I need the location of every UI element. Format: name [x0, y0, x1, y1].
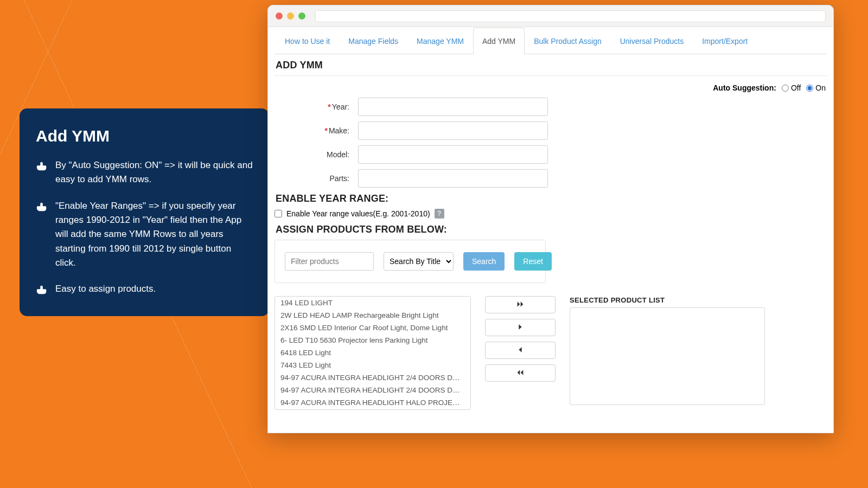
dual-list: 194 LED LIGHT2W LED HEAD LAMP Rechargeab…: [275, 296, 827, 410]
tab-manage-fields[interactable]: Manage Fields: [339, 28, 407, 54]
year-range-row: Enable Year range values(E.g. 2001-2010)…: [275, 209, 827, 219]
label-make: *Make:: [275, 126, 350, 135]
row-model: Model:: [275, 145, 827, 164]
label-parts: Parts:: [275, 174, 350, 183]
tab-bar: How to Use it Manage Fields Manage YMM A…: [275, 27, 827, 54]
minimize-icon[interactable]: [287, 12, 294, 20]
input-parts[interactable]: [358, 169, 548, 188]
heading-assign: ASSIGN PRODUCTS FROM BELOW:: [276, 224, 827, 235]
info-callout: Add YMM By "Auto Suggestion: ON" => it w…: [20, 108, 269, 316]
callout-item: Easy to assign products.: [36, 282, 253, 296]
reset-button[interactable]: Reset: [514, 252, 552, 271]
selected-products-list[interactable]: [570, 307, 765, 405]
callout-item: By "Auto Suggestion: ON" => it will be q…: [36, 158, 253, 187]
list-item[interactable]: 194 LED LIGHT: [275, 297, 470, 309]
list-item[interactable]: 94-97 ACURA INTEGRA HEADLIGHT 2/4 DOORS …: [275, 371, 470, 384]
list-item[interactable]: 6- LED T10 5630 Projector lens Parking L…: [275, 334, 470, 346]
auto-suggestion-row: Auto Suggestion: Off On: [276, 84, 826, 92]
row-year: *Year:: [275, 98, 827, 116]
checkbox-year-range-label: Enable Year range values(E.g. 2001-2010): [286, 209, 430, 218]
move-left-button[interactable]: [485, 342, 556, 359]
help-icon[interactable]: ?: [435, 209, 444, 219]
close-icon[interactable]: [276, 12, 283, 20]
move-right-button[interactable]: [485, 319, 556, 336]
double-chevron-left-icon: [516, 368, 525, 378]
browser-window: How to Use it Manage Fields Manage YMM A…: [267, 5, 834, 433]
tab-how-to-use[interactable]: How to Use it: [276, 28, 339, 54]
tab-import-export[interactable]: Import/Export: [693, 28, 757, 54]
tab-bulk-assign[interactable]: Bulk Product Assign: [525, 28, 611, 54]
move-all-right-button[interactable]: [485, 296, 556, 313]
radio-on[interactable]: [806, 85, 813, 92]
pointing-hand-icon: [36, 158, 48, 187]
checkbox-year-range[interactable]: [275, 210, 282, 217]
chevron-left-icon: [516, 345, 525, 356]
tab-universal-products[interactable]: Universal Products: [611, 28, 693, 54]
tab-add-ymm[interactable]: Add YMM: [473, 28, 525, 54]
filter-panel: Search By Title Search Reset: [275, 240, 546, 283]
move-all-left-button[interactable]: [485, 364, 556, 382]
input-model[interactable]: [358, 145, 548, 164]
available-products-list[interactable]: 194 LED LIGHT2W LED HEAD LAMP Rechargeab…: [275, 296, 471, 410]
auto-suggestion-off[interactable]: Off: [782, 84, 801, 92]
heading-add-ymm: ADD YMM: [276, 60, 827, 71]
list-item[interactable]: 2X16 SMD LED Interior Car Roof Light, Do…: [275, 322, 470, 334]
maximize-icon[interactable]: [298, 12, 305, 20]
tab-manage-ymm[interactable]: Manage YMM: [407, 28, 473, 54]
callout-item: "Enable Year Ranges" => if you specify y…: [36, 199, 253, 271]
list-item[interactable]: 7443 LED Light: [275, 359, 470, 371]
list-item[interactable]: 94-97 ACURA INTEGRA HEADLIGHT HALO PROJE…: [275, 396, 470, 409]
selected-column: SELECTED PRODUCT LIST: [570, 296, 827, 410]
row-make: *Make:: [275, 121, 827, 140]
filter-select[interactable]: Search By Title: [384, 252, 454, 271]
auto-suggestion-label: Auto Suggestion:: [713, 84, 776, 92]
divider: [275, 75, 827, 76]
pointing-hand-icon: [36, 282, 48, 296]
double-chevron-right-icon: [516, 300, 525, 310]
list-item[interactable]: 94-97 ACURA INTEGRA HEADLIGHT 2/4 DOORS …: [275, 384, 470, 396]
input-make[interactable]: [358, 121, 548, 140]
label-model: Model:: [275, 150, 350, 159]
filter-input[interactable]: [285, 252, 374, 271]
input-year[interactable]: [358, 98, 548, 116]
auto-suggestion-on[interactable]: On: [806, 84, 826, 92]
transfer-buttons: [485, 296, 556, 410]
callout-text: Easy to assign products.: [55, 282, 156, 296]
window-titlebar: [268, 5, 833, 27]
list-item[interactable]: 2W LED HEAD LAMP Rechargeable Bright Lig…: [275, 309, 470, 322]
page-content: How to Use it Manage Fields Manage YMM A…: [268, 27, 833, 433]
chevron-right-icon: [516, 323, 525, 333]
radio-off[interactable]: [782, 85, 789, 92]
row-parts: Parts:: [275, 169, 827, 188]
callout-title: Add YMM: [36, 127, 253, 145]
callout-text: "Enable Year Ranges" => if you specify y…: [55, 199, 253, 271]
callout-text: By "Auto Suggestion: ON" => it will be q…: [55, 158, 253, 187]
list-item[interactable]: 6418 LED Light: [275, 346, 470, 359]
heading-enable-range: ENABLE YEAR RANGE:: [276, 193, 827, 204]
address-bar[interactable]: [315, 10, 826, 22]
pointing-hand-icon: [36, 199, 48, 271]
heading-selected: SELECTED PRODUCT LIST: [570, 296, 827, 304]
label-year: *Year:: [275, 102, 350, 111]
callout-list: By "Auto Suggestion: ON" => it will be q…: [36, 158, 253, 297]
search-button[interactable]: Search: [463, 252, 505, 271]
